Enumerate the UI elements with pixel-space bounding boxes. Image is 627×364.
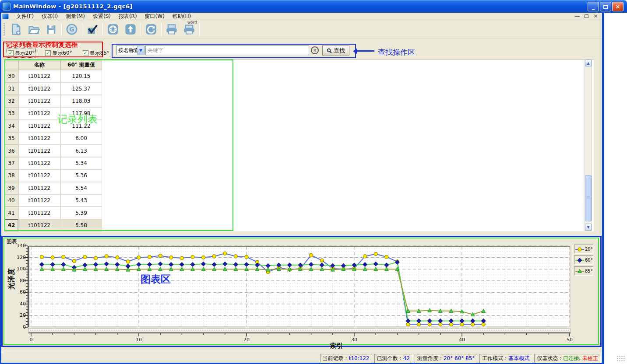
legend-item-60deg[interactable]: 60° (574, 256, 593, 265)
measure-check-icon (86, 23, 99, 35)
x-tick-label: 0 (25, 337, 38, 343)
x-tick-label: 50 (563, 337, 576, 343)
status-value: 20° 60° 85° (444, 355, 475, 361)
toolbar-separator (82, 23, 82, 36)
window-title: MainWindow - [g20151112_2.gqc6] (13, 3, 133, 10)
toolbar-separator (161, 23, 162, 36)
checkbox-label: 显示20° (15, 49, 35, 57)
checkbox-label: 显示85° (90, 49, 109, 57)
checkbox-area-annotation-title: 记录列表显示控制复选框 (6, 41, 78, 49)
checkbox-check-icon[interactable]: ✓ (83, 50, 88, 56)
menu-item-s[interactable]: 设置(S) (89, 12, 115, 21)
display-angle-checkboxes: ✓显示20°✓显示60°✓显示85° (7, 49, 110, 57)
menu-item-h[interactable]: 帮助(H) (169, 12, 195, 21)
y-tick-label: 140 (11, 243, 26, 248)
menu-item-f[interactable]: 文件(F) (12, 12, 38, 21)
measure-check-button[interactable] (84, 21, 101, 37)
legend-marker-icon (575, 247, 584, 252)
y-tick-label: 0 (11, 324, 26, 330)
application-window: MainWindow - [g20151112_2.gqc6] _ ✕ 文件(F… (0, 0, 627, 364)
menu-item-m[interactable]: 测量(M) (62, 12, 89, 21)
status-panel: 测量角度：20° 60° 85° (415, 354, 477, 363)
settings-gear-icon (107, 23, 119, 35)
x-tick-label: 40 (455, 337, 468, 343)
toolbar-separator (141, 23, 141, 36)
legend-marker-icon (575, 269, 584, 274)
record-list-annotation-label: 记录列表 (57, 112, 98, 126)
status-panel: 工作模式：基本模式 (479, 354, 532, 363)
status-value: t10:122 (349, 355, 370, 361)
mdi-minimize-button[interactable]: — (574, 13, 581, 19)
checkbox-label: 显示60° (52, 49, 72, 57)
sync-icon (145, 23, 157, 35)
display-checkbox-20deg[interactable]: ✓显示20° (7, 49, 35, 57)
menu-item-r[interactable]: 报表(R) (115, 12, 141, 21)
menu-item-w[interactable]: 窗口(W) (141, 12, 169, 21)
status-label: 仪器状态： (537, 355, 563, 361)
legend-label: 20° (585, 247, 593, 252)
status-label: 已测个数： (377, 355, 403, 361)
table-vertical-scrollbar[interactable]: ▲ ▼ (585, 59, 592, 231)
legend-label: 60° (585, 258, 593, 262)
status-value: 已连接, (563, 355, 581, 361)
open-file-button[interactable] (25, 21, 42, 37)
new-file-button[interactable] (7, 21, 25, 37)
table-scrollbar-thumb[interactable] (585, 175, 592, 221)
y-tick-label: 120 (11, 255, 26, 260)
mdi-restore-button[interactable] (583, 13, 590, 19)
svg-text:G: G (69, 26, 74, 33)
display-checkbox-85deg[interactable]: ✓显示85° (82, 49, 110, 57)
upload-button[interactable] (122, 21, 139, 37)
y-tick-label: 20 (11, 312, 26, 318)
toolbar-separator (199, 23, 200, 36)
chart-horizontal-scrollbar[interactable] (28, 328, 571, 332)
settings-gear-button[interactable] (104, 21, 122, 37)
status-label: 当前记录： (323, 355, 349, 361)
chart-plot-area[interactable] (28, 246, 571, 327)
status-value: 未校正 (581, 355, 598, 361)
minimize-button[interactable]: _ (588, 2, 599, 11)
status-panel: 已测个数：42 (374, 354, 412, 363)
word-tag-label: word (187, 20, 197, 24)
checkbox-check-icon[interactable]: ✓ (8, 50, 14, 56)
search-area-annotation-arrow (357, 50, 374, 52)
save-file-button[interactable] (42, 21, 60, 37)
status-panel: 仪器状态：已连接, 未校正 (534, 354, 601, 363)
print-button[interactable] (163, 21, 180, 37)
mdi-close-button[interactable]: ✕ (592, 13, 599, 19)
chart-area-annotation-label: 图表区 (141, 273, 171, 286)
gloss-meter-icon: G (66, 23, 78, 35)
search-area-annotation-label: 查找操作区 (378, 47, 415, 57)
x-tick-label: 20 (240, 337, 253, 343)
maximize-button[interactable] (600, 2, 611, 11)
scroll-down-icon[interactable]: ▼ (585, 224, 592, 231)
legend-marker-icon (575, 258, 584, 263)
close-button[interactable]: ✕ (612, 2, 623, 11)
search-area-annotation-box (112, 44, 356, 58)
app-icon[interactable] (3, 3, 11, 10)
toolbar-separator (102, 23, 103, 36)
resize-grip[interactable] (616, 355, 625, 362)
sync-button[interactable] (142, 21, 160, 37)
window-body: 文件(F)仪器(I)测量(M)设置(S)报表(R)窗口(W)帮助(H) — ✕ … (0, 13, 604, 364)
legend-item-85deg[interactable]: 85° (574, 266, 593, 276)
export-word-icon (183, 23, 195, 35)
toolbar-grip[interactable] (4, 23, 5, 36)
display-checkbox-60deg[interactable]: ✓显示60° (44, 49, 73, 57)
x-tick-label: 10 (132, 337, 145, 343)
menu-bar: 文件(F)仪器(I)测量(M)设置(S)报表(R)窗口(W)帮助(H) — ✕ (1, 13, 602, 20)
status-label: 测量角度： (417, 355, 444, 361)
status-panel: 当前记录：t10:122 (320, 354, 372, 363)
export-word-button[interactable]: word (180, 21, 198, 37)
mdi-child-icon[interactable] (2, 14, 9, 19)
status-value: 42 (403, 355, 410, 361)
checkbox-check-icon[interactable]: ✓ (45, 50, 51, 56)
scroll-up-icon[interactable]: ▲ (585, 60, 592, 66)
menu-item-i[interactable]: 仪器(I) (38, 12, 62, 21)
open-file-icon (28, 23, 40, 35)
toolbar: Gword (1, 21, 602, 38)
gloss-meter-button[interactable]: G (63, 21, 81, 37)
legend-item-20deg[interactable]: 20° (574, 245, 593, 254)
title-bar[interactable]: MainWindow - [g20151112_2.gqc6] _ ✕ (0, 0, 627, 13)
status-value: 基本模式 (508, 355, 529, 361)
